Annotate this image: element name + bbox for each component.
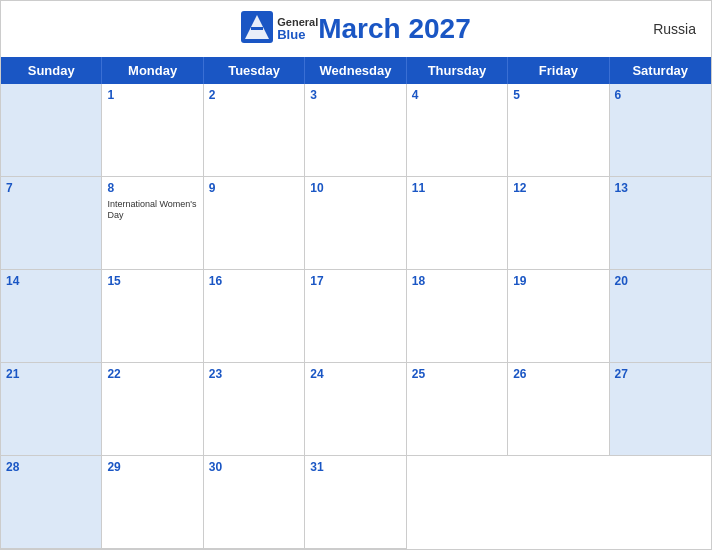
calendar-cell: 15 <box>102 270 203 363</box>
cell-number: 31 <box>310 459 400 476</box>
cell-number: 13 <box>615 180 706 197</box>
cell-number: 9 <box>209 180 299 197</box>
header-sunday: Sunday <box>1 57 102 84</box>
cell-number: 15 <box>107 273 197 290</box>
header-friday: Friday <box>508 57 609 84</box>
cell-number: 20 <box>615 273 706 290</box>
calendar-cell: 23 <box>204 363 305 456</box>
calendar-cell: 31 <box>305 456 406 549</box>
logo-blue: Blue <box>277 28 318 41</box>
cell-number: 16 <box>209 273 299 290</box>
calendar-cell: 14 <box>1 270 102 363</box>
header-tuesday: Tuesday <box>204 57 305 84</box>
cell-number: 10 <box>310 180 400 197</box>
calendar-header: General Blue March 2027 Russia <box>1 1 711 57</box>
cell-number: 19 <box>513 273 603 290</box>
calendar-cell: 24 <box>305 363 406 456</box>
calendar-cell: 7 <box>1 177 102 270</box>
calendar-cell: 29 <box>102 456 203 549</box>
cell-number: 24 <box>310 366 400 383</box>
cell-number: 6 <box>615 87 706 104</box>
calendar-cell: 10 <box>305 177 406 270</box>
country-label: Russia <box>653 21 696 37</box>
calendar-cell: 12 <box>508 177 609 270</box>
cell-number: 12 <box>513 180 603 197</box>
calendar-cell: 19 <box>508 270 609 363</box>
calendar-cell: 6 <box>610 84 711 177</box>
calendar-cell: 26 <box>508 363 609 456</box>
cell-number: 4 <box>412 87 502 104</box>
cell-number: 5 <box>513 87 603 104</box>
calendar-cell: 1 <box>102 84 203 177</box>
header-wednesday: Wednesday <box>305 57 406 84</box>
calendar-cell: 2 <box>204 84 305 177</box>
calendar-cell: 11 <box>407 177 508 270</box>
cell-number: 17 <box>310 273 400 290</box>
cell-number: 25 <box>412 366 502 383</box>
cell-number: 28 <box>6 459 96 476</box>
cell-number: 27 <box>615 366 706 383</box>
cell-number: 26 <box>513 366 603 383</box>
svg-rect-2 <box>251 27 263 30</box>
cell-number: 29 <box>107 459 197 476</box>
cell-event: International Women's Day <box>107 199 197 222</box>
cell-number: 23 <box>209 366 299 383</box>
calendar-cell: 20 <box>610 270 711 363</box>
cell-number: 21 <box>6 366 96 383</box>
logo: General Blue <box>241 11 318 47</box>
calendar-cell: 9 <box>204 177 305 270</box>
calendar-cell: 27 <box>610 363 711 456</box>
calendar-title: March 2027 <box>318 13 471 44</box>
calendar-cell: 17 <box>305 270 406 363</box>
logo-text: General Blue <box>277 17 318 41</box>
calendar-container: General Blue March 2027 Russia Sunday Mo… <box>0 0 712 550</box>
calendar-cell: 28 <box>1 456 102 549</box>
cell-number: 22 <box>107 366 197 383</box>
cell-number: 2 <box>209 87 299 104</box>
logo-icon <box>241 11 273 47</box>
cell-number: 8 <box>107 180 197 197</box>
calendar-cell: 5 <box>508 84 609 177</box>
cell-number: 11 <box>412 180 502 197</box>
calendar-cell: 16 <box>204 270 305 363</box>
header-thursday: Thursday <box>407 57 508 84</box>
calendar-cell: 4 <box>407 84 508 177</box>
calendar-cell: 13 <box>610 177 711 270</box>
cell-number: 3 <box>310 87 400 104</box>
header-saturday: Saturday <box>610 57 711 84</box>
cell-number: 14 <box>6 273 96 290</box>
calendar-cell: 25 <box>407 363 508 456</box>
calendar-grid: 12345678International Women's Day9101112… <box>1 84 711 549</box>
cell-number: 30 <box>209 459 299 476</box>
day-headers: Sunday Monday Tuesday Wednesday Thursday… <box>1 57 711 84</box>
cell-number: 1 <box>107 87 197 104</box>
calendar-cell: 3 <box>305 84 406 177</box>
title-section: March 2027 <box>318 13 471 45</box>
header-monday: Monday <box>102 57 203 84</box>
calendar-cell: 22 <box>102 363 203 456</box>
cell-number: 7 <box>6 180 96 197</box>
calendar-cell <box>1 84 102 177</box>
cell-number: 18 <box>412 273 502 290</box>
calendar-cell: 30 <box>204 456 305 549</box>
calendar-cell: 8International Women's Day <box>102 177 203 270</box>
calendar-cell: 18 <box>407 270 508 363</box>
calendar-cell: 21 <box>1 363 102 456</box>
